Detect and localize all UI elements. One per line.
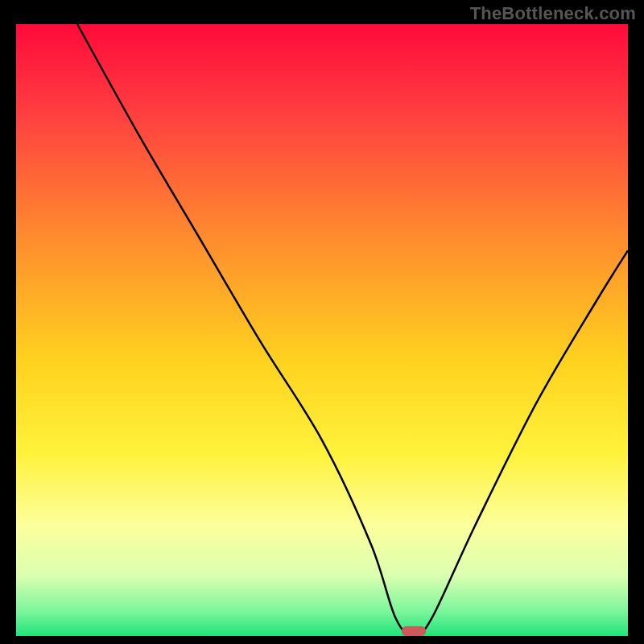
watermark-text: TheBottleneck.com <box>470 3 636 24</box>
chart-svg <box>16 24 628 636</box>
plot-area <box>16 24 628 636</box>
chart-frame: TheBottleneck.com <box>0 0 644 644</box>
gradient-background <box>16 24 628 636</box>
optimum-marker <box>402 626 426 636</box>
